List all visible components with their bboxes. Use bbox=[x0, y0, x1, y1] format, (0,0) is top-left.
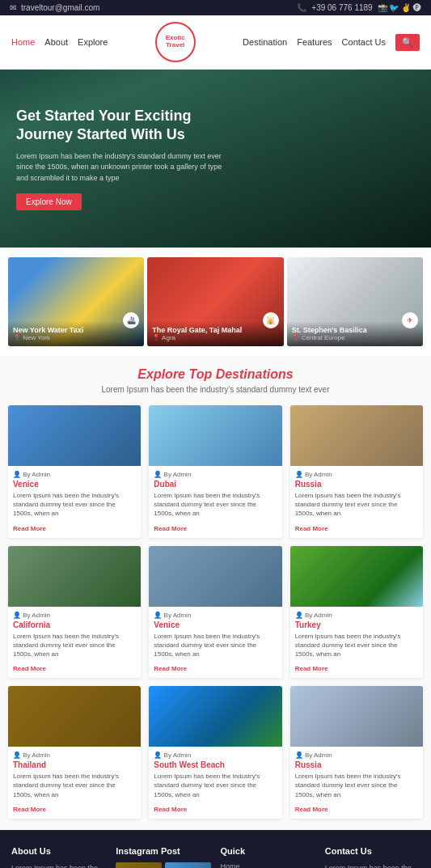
dest-body-7: 👤 By Admin South West Beach Lorem Ipsum … bbox=[149, 747, 281, 819]
read-more-3[interactable]: Read More bbox=[13, 665, 46, 672]
feat-name-1: New York Water Taxi bbox=[13, 326, 139, 334]
quick-link-0[interactable]: Home bbox=[221, 862, 315, 868]
dest-body-0: 👤 By Admin Venice Lorem Ipsum has been t… bbox=[8, 466, 141, 538]
dest-meta-2: 👤 By Admin bbox=[295, 471, 418, 478]
dest-img-6 bbox=[8, 686, 141, 747]
hero-description: Lorem Ipsum has been the industry's stan… bbox=[16, 151, 226, 184]
explore-button[interactable]: Explore Now bbox=[16, 193, 82, 210]
footer-about: About Us Lorem Ipsum has been the indust… bbox=[11, 846, 106, 868]
feat-name-3: St. Stephen's Basilica bbox=[292, 326, 418, 334]
top-bar: ✉ traveltour@gmail.com 📞 +39 06 776 1189… bbox=[0, 0, 431, 15]
feat-loc-2: 📍 Agra bbox=[152, 334, 278, 341]
dest-meta-4: 👤 By Admin bbox=[154, 612, 277, 619]
nav-features[interactable]: Features bbox=[297, 37, 332, 47]
search-button[interactable]: 🔍 bbox=[395, 34, 420, 51]
dest-card-8: 👤 By Admin Russia Lorem Ipsum has been t… bbox=[290, 686, 423, 819]
top-phone: +39 06 776 1189 bbox=[311, 3, 372, 12]
dest-img-2 bbox=[290, 405, 423, 466]
dest-meta-0: 👤 By Admin bbox=[13, 471, 136, 478]
phone-icon: 📞 bbox=[297, 3, 306, 12]
destinations-subtitle: Lorem Ipsum has been the industry's stan… bbox=[8, 385, 423, 394]
dest-card-0: 👤 By Admin Venice Lorem Ipsum has been t… bbox=[8, 405, 141, 538]
dest-img-1 bbox=[149, 405, 281, 466]
footer-contact-text: Lorem Ipsum has been the industry's stan… bbox=[325, 862, 420, 868]
social-icons: 📸 🐦 ✌ 🅟 bbox=[378, 3, 421, 12]
featured-section: New York Water Taxi 📍 New York 🚢 The Roy… bbox=[0, 248, 431, 356]
feat-icon-3: ✈ bbox=[402, 312, 418, 328]
email-icon: ✉ bbox=[10, 3, 16, 12]
dest-desc-3: Lorem Ipsum has been the industry's stan… bbox=[13, 632, 136, 659]
dest-desc-8: Lorem Ipsum has been the industry's stan… bbox=[295, 772, 418, 799]
footer-quick-title: Quick bbox=[221, 846, 315, 856]
footer-instagram-title: Instagram Post bbox=[116, 846, 210, 856]
dest-desc-1: Lorem Ipsum has been the industry's stan… bbox=[154, 491, 277, 519]
dest-card-1: 👤 By Admin Dubai Lorem Ipsum has been th… bbox=[149, 405, 281, 538]
feat-loc-1: 📍 New York bbox=[13, 334, 139, 341]
dest-desc-6: Lorem Ipsum has been the industry's stan… bbox=[13, 772, 136, 799]
nav-explore[interactable]: Explore bbox=[78, 37, 108, 47]
dest-card-4: 👤 By Admin Venice Lorem Ipsum has been t… bbox=[149, 546, 281, 679]
footer-contact: Contact Us Lorem Ipsum has been the indu… bbox=[325, 846, 420, 868]
read-more-0[interactable]: Read More bbox=[13, 525, 46, 532]
dest-img-3 bbox=[8, 546, 141, 607]
read-more-8[interactable]: Read More bbox=[295, 806, 328, 813]
quick-links: HomeAbout UsServicesBlogPageContact Us bbox=[221, 862, 315, 868]
dest-body-8: 👤 By Admin Russia Lorem Ipsum has been t… bbox=[290, 747, 423, 819]
footer: About Us Lorem Ipsum has been the indust… bbox=[0, 830, 431, 868]
dest-desc-7: Lorem Ipsum has been the industry's stan… bbox=[154, 772, 277, 799]
instagram-grid bbox=[116, 862, 210, 868]
dest-meta-8: 👤 By Admin bbox=[295, 752, 418, 759]
feat-card-3: St. Stephen's Basilica 📍 Central Europe … bbox=[287, 257, 423, 346]
dest-meta-1: 👤 By Admin bbox=[154, 471, 277, 478]
dest-body-3: 👤 By Admin California Lorem Ipsum has be… bbox=[8, 607, 141, 679]
read-more-5[interactable]: Read More bbox=[295, 665, 328, 672]
read-more-6[interactable]: Read More bbox=[13, 806, 46, 813]
nav-right: Destination Features Contact Us 🔍 bbox=[243, 34, 420, 51]
dest-name-3: California bbox=[13, 620, 136, 629]
dest-card-3: 👤 By Admin California Lorem Ipsum has be… bbox=[8, 546, 141, 679]
dest-meta-6: 👤 By Admin bbox=[13, 752, 136, 759]
read-more-1[interactable]: Read More bbox=[154, 525, 187, 532]
dest-name-7: South West Beach bbox=[154, 760, 277, 769]
destinations-grid: 👤 By Admin Venice Lorem Ipsum has been t… bbox=[8, 405, 423, 819]
footer-quick: Quick HomeAbout UsServicesBlogPageContac… bbox=[221, 846, 315, 868]
dest-desc-2: Lorem Ipsum has been the industry's stan… bbox=[295, 491, 418, 519]
read-more-7[interactable]: Read More bbox=[154, 806, 187, 813]
read-more-4[interactable]: Read More bbox=[154, 665, 187, 672]
dest-card-6: 👤 By Admin Thailand Lorem Ipsum has been… bbox=[8, 686, 141, 819]
nav-destination[interactable]: Destination bbox=[243, 37, 287, 47]
dest-img-4 bbox=[149, 546, 281, 607]
logo: Exotic Travel bbox=[155, 22, 196, 62]
dest-name-1: Dubai bbox=[154, 480, 277, 489]
dest-img-7 bbox=[149, 686, 281, 747]
dest-meta-3: 👤 By Admin bbox=[13, 612, 136, 619]
dest-img-0 bbox=[8, 405, 141, 466]
hero-section: Get Started Your Exciting Journey Starte… bbox=[0, 70, 431, 248]
dest-card-5: 👤 By Admin Turkey Lorem Ipsum has been t… bbox=[290, 546, 423, 679]
dest-meta-5: 👤 By Admin bbox=[295, 612, 418, 619]
feat-overlay-3: St. Stephen's Basilica 📍 Central Europe bbox=[287, 321, 423, 346]
dest-desc-0: Lorem Ipsum has been the industry's stan… bbox=[13, 491, 136, 519]
read-more-2[interactable]: Read More bbox=[295, 525, 328, 532]
destinations-section: Explore Top Destinations Lorem Ipsum has… bbox=[0, 356, 431, 830]
dest-name-4: Venice bbox=[154, 620, 277, 629]
dest-body-6: 👤 By Admin Thailand Lorem Ipsum has been… bbox=[8, 747, 141, 819]
top-bar-right: 📞 +39 06 776 1189 📸 🐦 ✌ 🅟 bbox=[297, 3, 421, 12]
top-email: traveltour@gmail.com bbox=[21, 3, 99, 12]
nav-home[interactable]: Home bbox=[11, 37, 35, 47]
top-bar-left: ✉ traveltour@gmail.com bbox=[10, 3, 99, 12]
footer-about-text: Lorem Ipsum has been the industry's stan… bbox=[11, 862, 106, 868]
navbar: Home About Explore Exotic Travel Destina… bbox=[0, 15, 431, 70]
dest-body-2: 👤 By Admin Russia Lorem Ipsum has been t… bbox=[290, 466, 423, 538]
destinations-title: Explore Top Destinations bbox=[8, 367, 423, 382]
footer-about-title: About Us bbox=[11, 846, 106, 856]
nav-about[interactable]: About bbox=[44, 37, 68, 47]
nav-contact[interactable]: Contact Us bbox=[342, 37, 386, 47]
dest-meta-7: 👤 By Admin bbox=[154, 752, 277, 759]
dest-name-0: Venice bbox=[13, 480, 136, 489]
dest-card-7: 👤 By Admin South West Beach Lorem Ipsum … bbox=[149, 686, 281, 819]
dest-desc-4: Lorem Ipsum has been the industry's stan… bbox=[154, 632, 277, 659]
insta-thumb-2 bbox=[165, 862, 211, 868]
dest-name-8: Russia bbox=[295, 760, 418, 769]
dest-card-2: 👤 By Admin Russia Lorem Ipsum has been t… bbox=[290, 405, 423, 538]
